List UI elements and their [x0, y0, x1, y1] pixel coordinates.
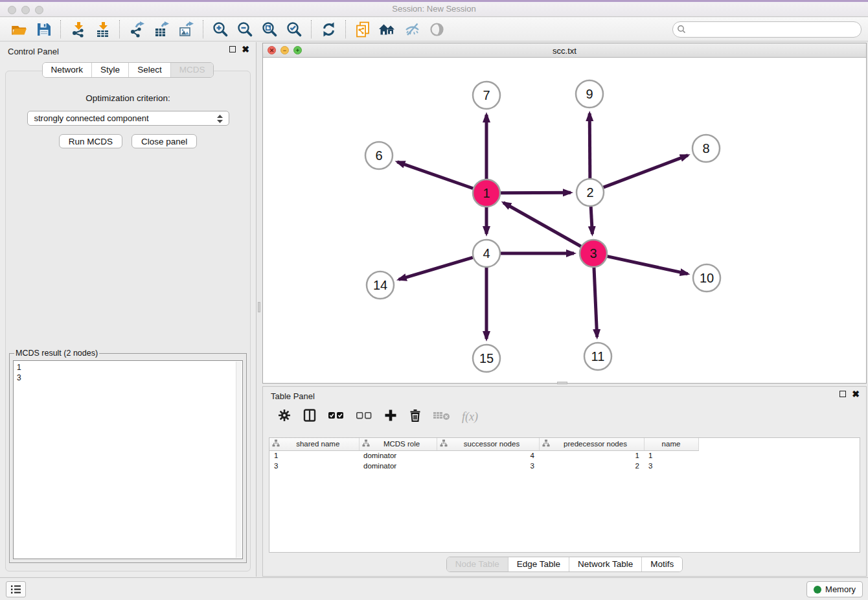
tab-motifs[interactable]: Motifs: [642, 557, 682, 571]
zoom-out-icon[interactable]: [233, 19, 257, 40]
table-row[interactable]: 3dominator323: [269, 461, 860, 471]
node-label-1: 1: [483, 186, 490, 200]
column-type-icon: [542, 439, 550, 448]
function-builder-icon: f(x): [462, 410, 478, 424]
add-row-icon[interactable]: [383, 408, 398, 425]
edge-1-6[interactable]: [397, 162, 473, 189]
cell-name: 1: [644, 450, 698, 461]
mcds-result-legend: MCDS result (2 nodes): [14, 349, 99, 358]
network-window-titlebar[interactable]: ✕ − + scc.txt: [263, 43, 866, 58]
edge-3-1[interactable]: [503, 203, 581, 246]
app-window: Session: New Session: [0, 0, 868, 600]
close-panel-button[interactable]: Close panel: [131, 134, 197, 148]
edge-3-11[interactable]: [594, 268, 597, 337]
node-label-3: 3: [589, 246, 597, 260]
tab-mcds[interactable]: MCDS: [171, 63, 214, 77]
result-scrollbar[interactable]: [236, 362, 242, 558]
memory-label: Memory: [825, 584, 856, 594]
toolbar-separator: [119, 20, 120, 38]
column-header-filler: [698, 438, 860, 450]
node-label-2: 2: [586, 185, 593, 200]
column-header-predecessor-nodes[interactable]: predecessor nodes: [539, 438, 644, 450]
edge-1-2[interactable]: [501, 192, 571, 193]
edge-2-8[interactable]: [604, 156, 688, 188]
status-bar: Memory: [0, 577, 868, 600]
network-window-title: scc.txt: [263, 46, 866, 56]
mcds-result-value: 1: [17, 362, 233, 373]
tab-network[interactable]: Network: [43, 63, 93, 77]
control-panel-tabbar: Network Style Select MCDS: [42, 62, 214, 78]
node-label-6: 6: [375, 148, 382, 163]
mcds-result-textarea[interactable]: 1 3: [13, 360, 243, 559]
node-label-4: 4: [483, 246, 490, 260]
tab-network-table[interactable]: Network Table: [569, 557, 642, 571]
zoom-in-icon[interactable]: [208, 19, 233, 40]
export-image-icon[interactable]: [174, 19, 198, 40]
edge-3-10[interactable]: [607, 257, 687, 274]
toolbar-separator: [345, 20, 346, 38]
open-session-icon[interactable]: [6, 19, 31, 40]
columns-icon[interactable]: [303, 408, 317, 425]
close-table-panel-icon[interactable]: ✖: [852, 391, 860, 397]
criterion-value: strongly connected component: [34, 113, 149, 123]
import-network-icon[interactable]: [65, 19, 90, 40]
cell-shared-name: 1: [269, 450, 359, 461]
new-network-from-selection-icon[interactable]: [350, 19, 375, 40]
gear-icon[interactable]: [277, 408, 291, 425]
export-network-icon[interactable]: [124, 19, 149, 40]
edge-2-9[interactable]: [589, 113, 590, 178]
tab-edge-table[interactable]: Edge Table: [508, 557, 569, 571]
cell-predecessor-nodes: 1: [539, 450, 644, 461]
deselect-all-checkboxes-icon[interactable]: [356, 410, 372, 424]
node-label-10: 10: [700, 271, 714, 285]
column-header-successor-nodes[interactable]: successor nodes: [437, 438, 539, 450]
cell-predecessor-nodes: 2: [539, 461, 644, 471]
column-type-icon: [362, 439, 370, 448]
window-title: Session: New Session: [0, 4, 868, 14]
dropdown-stepper-icon: [216, 114, 223, 126]
hide-selected-icon[interactable]: [400, 19, 424, 40]
import-table-icon[interactable]: [90, 19, 115, 40]
refresh-layout-icon[interactable]: [316, 19, 341, 40]
task-history-button[interactable]: [6, 581, 26, 597]
memory-button[interactable]: Memory: [806, 581, 863, 597]
title-bar: Session: New Session: [0, 0, 868, 17]
horizontal-splitter-handle[interactable]: [557, 382, 567, 384]
save-session-icon[interactable]: [31, 19, 56, 40]
float-panel-icon[interactable]: [229, 46, 236, 52]
edge-2-3[interactable]: [591, 207, 592, 234]
float-table-panel-icon[interactable]: [839, 391, 846, 397]
zoom-fit-icon[interactable]: [257, 19, 282, 40]
column-type-icon: [272, 439, 280, 448]
zoom-selected-icon[interactable]: [282, 19, 306, 40]
tab-style[interactable]: Style: [92, 63, 129, 77]
column-header-MCDS-role[interactable]: MCDS role: [359, 438, 437, 450]
node-label-9: 9: [586, 87, 593, 101]
first-neighbors-icon[interactable]: [375, 19, 400, 40]
window-accent-line: [0, 0, 868, 2]
network-view-window: ✕ − + scc.txt 1234678910111415: [262, 43, 867, 384]
search-box: [672, 21, 862, 38]
network-canvas[interactable]: 1234678910111415: [263, 58, 866, 383]
mcds-panel: Optimization criterion: strongly connect…: [5, 71, 251, 571]
table-tabbar: Node Table Edge Table Network Table Moti…: [446, 557, 683, 572]
toolbar-separator: [203, 20, 203, 38]
edge-4-14[interactable]: [399, 257, 473, 279]
main-toolbar: [0, 17, 868, 41]
export-table-icon[interactable]: [149, 19, 174, 40]
select-all-checkboxes-icon[interactable]: [328, 410, 345, 424]
column-header-shared-name[interactable]: shared name: [269, 438, 359, 450]
delete-row-icon[interactable]: [409, 408, 422, 425]
criterion-dropdown[interactable]: strongly connected component: [27, 111, 229, 126]
node-table[interactable]: shared nameMCDS rolesuccessor nodesprede…: [269, 437, 860, 553]
table-row[interactable]: 1dominator411: [269, 450, 860, 461]
vertical-splitter-handle[interactable]: [258, 302, 260, 312]
cell-successor-nodes: 3: [437, 461, 539, 471]
run-mcds-button[interactable]: Run MCDS: [59, 134, 122, 148]
tab-node-table[interactable]: Node Table: [447, 557, 508, 571]
tab-select[interactable]: Select: [129, 63, 171, 77]
close-panel-icon[interactable]: ✖: [242, 46, 249, 52]
network-graph[interactable]: 1234678910111415: [263, 58, 866, 383]
search-input[interactable]: [672, 21, 862, 38]
column-header-name[interactable]: name: [644, 438, 698, 450]
